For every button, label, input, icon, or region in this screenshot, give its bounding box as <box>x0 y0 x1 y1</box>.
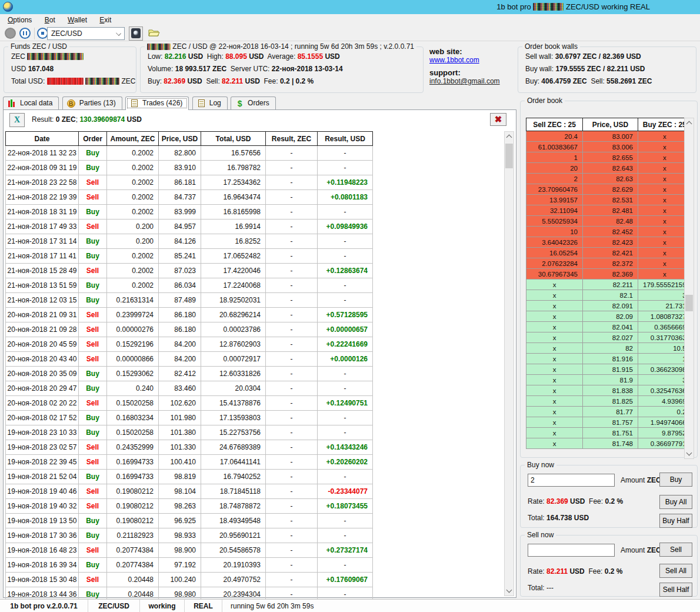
scroll-up-arrow[interactable] <box>505 132 514 141</box>
tab-orders[interactable]: $Orders <box>231 97 276 109</box>
menu-bot[interactable]: Bot <box>39 14 61 26</box>
table-row[interactable]: 20-ноя-2018 21 09 31Sell0.2399972486.180… <box>6 308 373 322</box>
orderbook-sell-row[interactable]: 16.0525482.421x <box>526 248 692 258</box>
table-row[interactable]: 20-ноя-2018 20 29 47Buy0.24083.46020.030… <box>6 381 373 396</box>
buy-amount-input[interactable] <box>528 474 615 487</box>
orderbook-buy-row[interactable]: x81.7571.94974066 <box>526 417 692 428</box>
orderbook-sell-row[interactable]: 3.6404232682.423x <box>526 237 692 248</box>
orderbook-buy-row[interactable]: x82.13 <box>526 290 692 301</box>
orderbook-sell-row[interactable]: 182.655x <box>526 152 692 163</box>
table-row[interactable]: 19-ноя-2018 17 30 36Buy0.2118292398.9332… <box>6 528 373 543</box>
table-row[interactable]: 19-ноя-2018 23 10 33Buy0.15020258101.380… <box>6 425 373 440</box>
menu-exit[interactable]: Exit <box>94 14 116 26</box>
orderbook-sell-row[interactable]: 5.5502593482.48x <box>526 216 692 227</box>
table-row[interactable]: 19-ноя-2018 19 40 46Sell0.1908021298.104… <box>6 484 373 499</box>
orderbook-sell-row[interactable]: 13.9915782.531x <box>526 195 692 205</box>
col-buy-zec[interactable]: Buy ZEC : 25 <box>638 118 692 131</box>
orderbook-buy-row[interactable]: x8210.5 <box>526 343 692 354</box>
trades-scrollbar[interactable] <box>504 131 514 596</box>
orderbook-sell-row[interactable]: 20.483.007x <box>526 131 692 142</box>
table-row[interactable]: 19-ноя-2018 22 39 45Sell0.16994733100.41… <box>6 455 373 470</box>
table-row[interactable]: 21-ноя-2018 17 11 41Buy0.200285.24117.06… <box>6 249 373 264</box>
table-row[interactable]: 21-ноя-2018 13 51 59Buy0.200286.03417.22… <box>6 278 373 293</box>
table-row[interactable]: 19-ноя-2018 21 52 04Buy0.1699473398.8191… <box>6 470 373 484</box>
menu-options[interactable]: Options <box>2 14 37 26</box>
orderbook-buy-row[interactable]: x81.9161 <box>526 354 692 364</box>
orderbook-buy-row[interactable]: x82.091.08087327 <box>526 311 692 322</box>
sell-all-button[interactable]: Sell All <box>659 564 692 578</box>
close-button[interactable]: ✖ <box>490 113 506 126</box>
orderbook-buy-row[interactable]: x82.211179.55552159 <box>526 280 692 290</box>
scroll-thumb[interactable] <box>505 144 513 168</box>
table-row[interactable]: 19-ноя-2018 23 02 57Sell0.24352999101.33… <box>6 440 373 455</box>
buy-half-button[interactable]: Buy Half <box>659 514 692 528</box>
col-result-usd[interactable]: Result, USD <box>318 132 373 146</box>
orderbook-buy-row[interactable]: x82.09121.731 <box>526 301 692 311</box>
buy-all-button[interactable]: Buy All <box>659 495 692 509</box>
scroll-thumb[interactable] <box>685 295 693 311</box>
table-row[interactable]: 21-ноя-2018 18 31 19Buy0.200283.99916.81… <box>6 205 373 219</box>
pair-select[interactable]: ZEC/USD <box>47 27 125 40</box>
orderbook-buy-row[interactable]: x82.0270.31770363 <box>526 332 692 343</box>
orderbook-buy-row[interactable]: x81.7519.87952 <box>526 428 692 438</box>
col-total[interactable]: Total, USD <box>201 132 266 146</box>
tab-trades[interactable]: Trades (426) <box>125 97 189 110</box>
col-amount[interactable]: Amount, ZEC <box>107 132 159 146</box>
orderbook-sell-row[interactable]: 32.1109482.481x <box>526 205 692 216</box>
orderbook-buy-row[interactable]: x81.7480.36697791 <box>526 438 692 449</box>
sell-button[interactable]: Sell <box>659 543 692 557</box>
orderbook-sell-row[interactable]: 30.6796734582.369x <box>526 269 692 280</box>
orderbook-buy-row[interactable]: x82.0410.3656669 <box>526 322 692 332</box>
open-folder-button[interactable] <box>148 28 160 37</box>
buy-button[interactable]: Buy <box>659 473 692 487</box>
play-button[interactable] <box>5 28 16 39</box>
tab-local-data[interactable]: Local data <box>3 97 59 109</box>
col-result-zec[interactable]: Result, ZEC <box>266 132 318 146</box>
orderbook-buy-row[interactable]: x81.8380.32547636 <box>526 385 692 396</box>
table-row[interactable]: 21-ноя-2018 15 28 49Sell0.200287.02317.4… <box>6 264 373 278</box>
orderbook-buy-row[interactable]: x81.8254.93969 <box>526 396 692 407</box>
scroll-down-arrow[interactable] <box>685 449 694 458</box>
table-row[interactable]: 20-ноя-2018 02 20 22Sell0.15020258102.62… <box>6 396 373 411</box>
table-row[interactable]: 19-ноя-2018 16 48 23Sell0.2077438498.900… <box>6 543 373 558</box>
col-date[interactable]: Date <box>6 132 79 146</box>
col-price-usd[interactable]: Price, USD <box>583 118 638 131</box>
orderbook-sell-row[interactable]: 23.7096047682.629x <box>526 184 692 195</box>
orderbook-buy-row[interactable]: x81.770.2 <box>526 407 692 417</box>
col-order[interactable]: Order <box>79 132 107 146</box>
menu-wallet[interactable]: Wallet <box>62 14 92 26</box>
table-row[interactable]: 20-ноя-2018 20 35 09Buy0.1529306282.4121… <box>6 367 373 381</box>
scroll-up-arrow[interactable] <box>685 118 694 128</box>
orderbook-sell-row[interactable]: 2.0762328482.372x <box>526 258 692 269</box>
orderbook-sell-row[interactable]: 2082.643x <box>526 163 692 174</box>
table-row[interactable]: 20-ноя-2018 20 43 40Sell0.0000086684.200… <box>6 352 373 367</box>
table-row[interactable]: 20-ноя-2018 21 09 28Sell0.0000027686.180… <box>6 322 373 337</box>
table-row[interactable]: 21-ноя-2018 17 49 33Sell0.20084.95716.99… <box>6 219 373 234</box>
table-row[interactable]: 21-ноя-2018 22 19 39Sell0.200284.73716.9… <box>6 190 373 205</box>
table-row[interactable]: 19-ноя-2018 15 30 48Sell0.20448100.24020… <box>6 573 373 587</box>
table-row[interactable]: 22-ноя-2018 09 31 19Buy0.200283.91016.79… <box>6 161 373 175</box>
snapshot-button[interactable] <box>129 26 143 41</box>
tab-parties[interactable]: BParties (13) <box>62 97 122 109</box>
tab-log[interactable]: Log <box>192 97 228 109</box>
support-email-link[interactable]: info.1bbot@gmail.com <box>429 77 515 85</box>
orderbook-sell-row[interactable]: 61.0038366783.006x <box>526 142 692 152</box>
orderbook-sell-row[interactable]: 1082.452x <box>526 227 692 237</box>
col-sell-zec[interactable]: Sell ZEC : 25 <box>526 118 583 131</box>
orderbook-sell-row[interactable]: 282.63x <box>526 174 692 184</box>
orderbook-buy-row[interactable]: x81.93 <box>526 375 692 385</box>
scroll-down-arrow[interactable] <box>505 586 514 596</box>
sell-amount-input[interactable] <box>528 544 615 557</box>
table-row[interactable]: 19-ноя-2018 16 39 34Buy0.2077438497.1922… <box>6 558 373 573</box>
export-excel-button[interactable]: X <box>9 113 25 127</box>
table-row[interactable]: 19-ноя-2018 19 13 50Buy0.1908021296.9251… <box>6 514 373 528</box>
website-link[interactable]: www.1bbot.com <box>429 56 515 64</box>
orderbook-buy-row[interactable]: x81.9150.36623098 <box>526 364 692 375</box>
table-row[interactable]: 21-ноя-2018 17 31 14Buy0.20084.12616.825… <box>6 234 373 249</box>
table-row[interactable]: 21-ноя-2018 12 03 15Buy0.2163131487.4891… <box>6 293 373 308</box>
col-price[interactable]: Price, USD <box>159 132 201 146</box>
table-row[interactable]: 21-ноя-2018 23 22 58Sell0.200286.18117.2… <box>6 175 373 190</box>
sell-half-button[interactable]: Sell Half <box>659 583 692 597</box>
table-row[interactable]: 20-ноя-2018 02 17 52Buy0.16803234101.980… <box>6 411 373 425</box>
orderbook-scrollbar[interactable] <box>684 118 694 459</box>
